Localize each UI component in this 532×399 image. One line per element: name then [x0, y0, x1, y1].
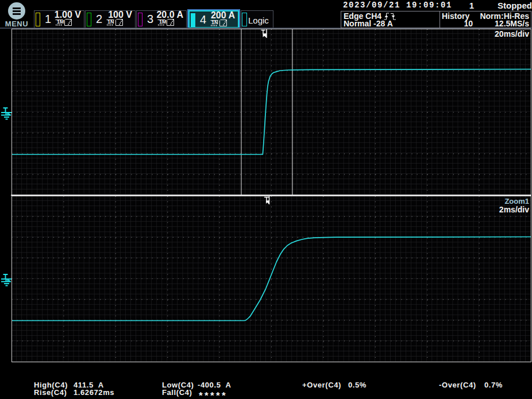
- svg-text:1N: 1N: [211, 20, 218, 25]
- svg-text:1M: 1M: [57, 19, 64, 25]
- svg-text:1M: 1M: [159, 19, 167, 25]
- svg-text:1N: 1N: [107, 19, 114, 25]
